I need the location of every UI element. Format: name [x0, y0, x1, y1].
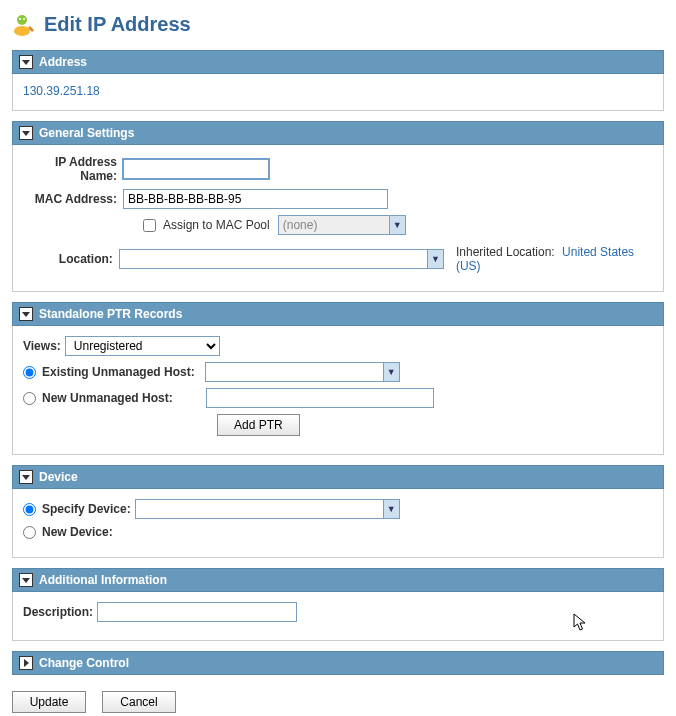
panel-title: Change Control — [39, 656, 129, 670]
chevron-down-icon: ▼ — [383, 500, 399, 518]
panel-address: Address 130.39.251.18 — [12, 50, 664, 111]
existing-host-radio[interactable] — [23, 366, 36, 379]
ip-address-value: 130.39.251.18 — [23, 84, 100, 98]
expand-icon[interactable] — [19, 656, 33, 670]
svg-marker-7 — [22, 475, 30, 480]
new-host-radio[interactable] — [23, 392, 36, 405]
panel-header-change-control[interactable]: Change Control — [12, 651, 664, 675]
chevron-down-icon: ▼ — [383, 363, 399, 381]
panel-title: Device — [39, 470, 78, 484]
panel-device: Device Specify Device: ▼ New Device: — [12, 465, 664, 558]
page-title: Edit IP Address — [44, 13, 191, 36]
panel-header-general[interactable]: General Settings — [12, 121, 664, 145]
svg-marker-8 — [22, 578, 30, 583]
svg-point-1 — [14, 26, 30, 36]
svg-marker-5 — [22, 131, 30, 136]
svg-point-0 — [17, 15, 27, 25]
panel-general-settings: General Settings IP Address Name: MAC Ad… — [12, 121, 664, 292]
panel-title: General Settings — [39, 126, 134, 140]
location-select[interactable]: ▼ — [119, 249, 444, 269]
panel-header-address[interactable]: Address — [12, 50, 664, 74]
views-label: Views: — [23, 339, 61, 353]
page-header: Edit IP Address — [12, 12, 664, 36]
svg-point-2 — [19, 18, 21, 20]
update-button[interactable]: Update — [12, 691, 86, 713]
specify-device-label: Specify Device: — [42, 502, 131, 516]
new-device-radio[interactable] — [23, 526, 36, 539]
specify-device-select[interactable]: ▼ — [135, 499, 400, 519]
description-input[interactable] — [97, 602, 297, 622]
mac-label: MAC Address: — [23, 192, 123, 206]
collapse-icon[interactable] — [19, 126, 33, 140]
ip-name-label: IP Address Name: — [23, 155, 123, 183]
panel-title: Address — [39, 55, 87, 69]
specify-device-radio[interactable] — [23, 503, 36, 516]
chevron-down-icon: ▼ — [389, 216, 405, 234]
description-label: Description: — [23, 605, 93, 619]
chevron-down-icon: ▼ — [427, 250, 443, 268]
location-label: Location: — [23, 252, 119, 266]
ip-name-input[interactable] — [123, 159, 269, 179]
mac-address-input[interactable] — [123, 189, 388, 209]
views-select[interactable]: Unregistered — [65, 336, 220, 356]
footer-buttons: Update Cancel — [12, 691, 664, 713]
svg-point-3 — [23, 18, 25, 20]
svg-marker-4 — [22, 60, 30, 65]
existing-host-select[interactable]: ▼ — [205, 362, 400, 382]
panel-header-ptr[interactable]: Standalone PTR Records — [12, 302, 664, 326]
panel-change-control: Change Control — [12, 651, 664, 675]
panel-header-device[interactable]: Device — [12, 465, 664, 489]
inherited-location: Inherited Location: United States (US) — [456, 245, 653, 273]
panel-header-additional[interactable]: Additional Information — [12, 568, 664, 592]
collapse-icon[interactable] — [19, 470, 33, 484]
new-host-input[interactable] — [206, 388, 434, 408]
assign-mac-pool-checkbox[interactable] — [143, 219, 156, 232]
panel-ptr-records: Standalone PTR Records Views: Unregister… — [12, 302, 664, 455]
new-host-label: New Unmanaged Host: — [42, 391, 179, 405]
cancel-button[interactable]: Cancel — [102, 691, 176, 713]
panel-title: Standalone PTR Records — [39, 307, 182, 321]
collapse-icon[interactable] — [19, 55, 33, 69]
panel-additional-info: Additional Information Description: — [12, 568, 664, 641]
user-edit-icon — [12, 12, 36, 36]
collapse-icon[interactable] — [19, 307, 33, 321]
add-ptr-button[interactable]: Add PTR — [217, 414, 300, 436]
existing-host-label: Existing Unmanaged Host: — [42, 365, 201, 379]
collapse-icon[interactable] — [19, 573, 33, 587]
svg-marker-6 — [22, 312, 30, 317]
new-device-label: New Device: — [42, 525, 113, 539]
panel-title: Additional Information — [39, 573, 167, 587]
svg-marker-9 — [24, 659, 29, 667]
assign-mac-pool-label: Assign to MAC Pool — [163, 218, 270, 232]
mac-pool-select[interactable]: (none) ▼ — [278, 215, 406, 235]
